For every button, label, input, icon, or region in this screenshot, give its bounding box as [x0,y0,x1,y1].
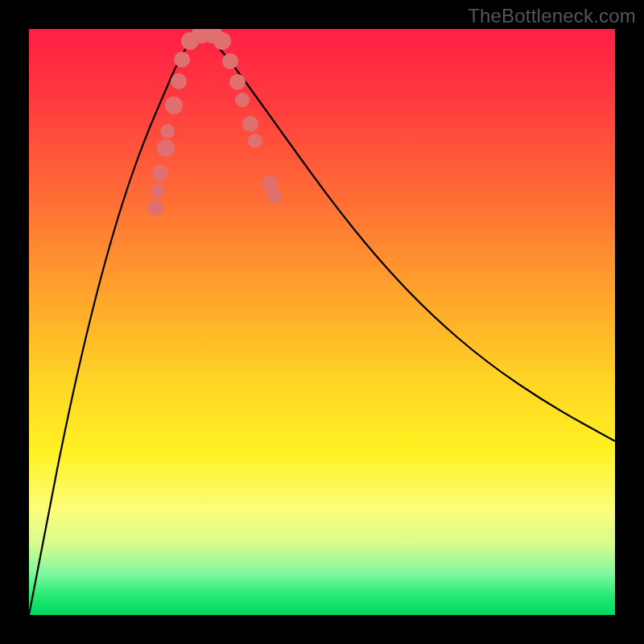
plot-area [29,29,615,615]
series-left-curve [29,32,203,615]
marker-dot [151,184,165,198]
watermark-text: TheBottleneck.com [468,5,636,27]
marker-dot [213,32,231,50]
marker-dot [171,73,187,89]
marker-dot [267,189,282,204]
data-markers [147,29,282,216]
marker-dot [242,116,258,132]
series-right-curve [203,32,615,441]
marker-dot [235,93,250,107]
curve-layer [29,29,615,615]
marker-dot [165,97,183,114]
marker-dot [152,165,168,181]
marker-dot [222,53,238,69]
marker-dot [248,134,262,148]
chart-frame: TheBottleneck.com [0,0,644,644]
marker-dot [160,124,175,138]
marker-dot [147,200,163,216]
marker-dot [262,175,279,192]
marker-dot [174,52,190,68]
bottleneck-curves [29,32,615,615]
marker-dot [229,74,246,90]
marker-dot [157,139,175,157]
